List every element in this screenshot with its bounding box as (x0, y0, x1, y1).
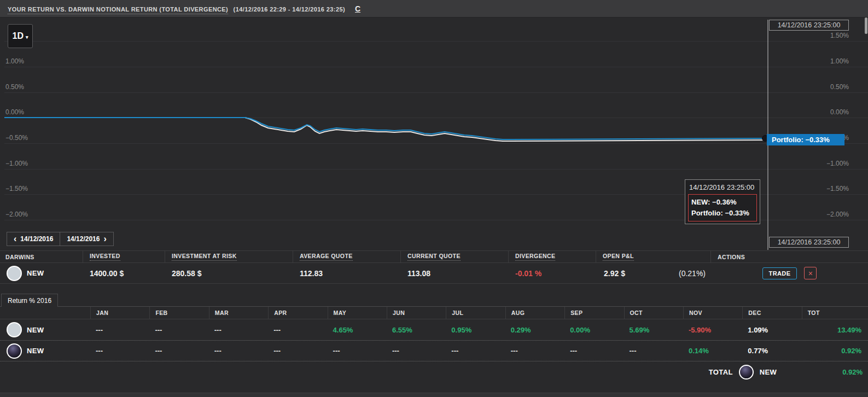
total-return-value: 0.92% (842, 368, 863, 376)
timeframe-button[interactable]: 1D ▾ (8, 24, 33, 48)
portfolio-value-badge: Portfolio: −0.33% (767, 134, 844, 145)
month-column-header: TOT (802, 307, 868, 319)
column-header-label: AVERAGE QUOTE (300, 253, 353, 261)
return-cell: --- (268, 347, 327, 355)
scrollbar-thumb[interactable] (865, 17, 867, 34)
tab-return-2016[interactable]: Return % 2016 (1, 294, 58, 307)
return-cell: --- (328, 347, 387, 355)
returns-tabs-row: Return % 2016 (0, 294, 868, 307)
return-cell: --- (90, 347, 149, 355)
positions-table: DARWINSINVESTEDINVESTMENT AT RISKAVERAGE… (0, 250, 868, 284)
return-cell: --- (209, 326, 268, 334)
tooltip-time: 14/12/2016 23:25:00 (688, 182, 757, 194)
month-column-header: OCT (624, 307, 683, 319)
positions-table-header: DARWINSINVESTEDINVESTMENT AT RISKAVERAGE… (0, 251, 868, 263)
month-column-header: JUN (387, 307, 446, 319)
darwin-avatar (7, 266, 22, 281)
open-pl-value: 2.92 $ (604, 269, 625, 278)
column-header: ACTIONS (711, 251, 868, 262)
returns-row: NEW------------4.65%6.55%0.95%0.29%0.00%… (0, 319, 868, 340)
darwin-name-cell[interactable]: NEW (0, 266, 83, 281)
return-cell: 1.09% (742, 326, 801, 334)
return-cell: --- (90, 326, 149, 334)
actions-cell: TRADE × (711, 267, 868, 279)
return-cell: --- (446, 347, 505, 355)
month-column-header: DEC (742, 307, 801, 319)
return-cell: 6.55% (387, 326, 446, 334)
chart-tooltip: 14/12/2016 23:25:00 NEW: −0.36% Portfoli… (685, 179, 760, 224)
column-header-label: DARWINS (5, 254, 34, 260)
page-title-text: YOUR RETURN VS. DARWIN NOTIONAL RETURN (… (8, 6, 228, 14)
returns-total-row: TOTAL NEW 0.92% (0, 361, 868, 383)
empty-header-cell (0, 307, 90, 319)
chart-region[interactable]: 1.50%1.00%1.00%0.50%0.50%0.00%0.00%−0.50… (0, 17, 868, 250)
average-quote-value: 112.83 (293, 269, 401, 278)
darwin-name: NEW (27, 326, 44, 334)
return-cell: 0.14% (683, 347, 742, 355)
darwin-avatar (7, 322, 22, 337)
month-column-header: SEP (564, 307, 624, 319)
next-day-button[interactable]: 14/12/2016 › (60, 232, 113, 246)
column-header: CURRENT QUOTE (401, 251, 509, 262)
return-cell: --- (209, 347, 268, 355)
column-header-label: OPEN P&L (603, 253, 634, 261)
darwin-name: NEW (27, 347, 44, 355)
portfolio-avatar (739, 365, 754, 380)
return-cell: --- (564, 347, 624, 355)
invested-value: 1400.00 $ (83, 269, 165, 278)
divergence-value: -0.01 % (509, 269, 596, 278)
darwin-name-cell[interactable]: NEW (0, 322, 90, 337)
bottom-strip (0, 393, 868, 397)
trade-button[interactable]: TRADE (762, 267, 797, 279)
column-header: AVERAGE QUOTE (293, 251, 401, 262)
return-cell: 0.00% (564, 326, 624, 334)
current-quote-value: 113.08 (401, 269, 509, 278)
positions-table-row: NEW 1400.00 $ 280.58 $ 112.83 113.08 -0.… (0, 263, 868, 284)
month-column-header: JAN (90, 307, 149, 319)
open-pl-percent: (0.21%) (679, 269, 706, 278)
return-cell: --- (624, 347, 683, 355)
open-pl-cell: 2.92 $ (0.21%) (596, 269, 711, 278)
refresh-icon[interactable]: C (352, 4, 364, 14)
return-cell: --- (505, 347, 564, 355)
column-header: INVESTED (83, 251, 165, 262)
prev-day-label: 14/12/2016 (20, 235, 53, 243)
tooltip-highlight-box: NEW: −0.36% Portfolio: −0.33% (688, 194, 757, 221)
column-header: DARWINS (0, 251, 83, 262)
return-cell: 13.49% (802, 326, 868, 334)
returns-table-header: JANFEBMARAPRMAYJUNJULAUGSEPOCTNOVDECTOT (0, 307, 868, 319)
return-cell: -5.90% (683, 326, 742, 334)
column-header-label: DIVERGENCE (515, 253, 555, 261)
page-title-range: (14/12/2016 22:29 - 14/12/2016 23:25) (234, 6, 345, 13)
return-cell: --- (149, 347, 208, 355)
darwin-name-cell[interactable]: NEW (0, 343, 90, 359)
returns-table-body: NEW------------4.65%6.55%0.95%0.29%0.00%… (0, 319, 868, 361)
total-label: TOTAL (709, 368, 733, 376)
page-title: YOUR RETURN VS. DARWIN NOTIONAL RETURN (… (8, 4, 345, 14)
returns-section: Return % 2016 JANFEBMARAPRMAYJUNJULAUGSE… (0, 294, 868, 383)
app-window: YOUR RETURN VS. DARWIN NOTIONAL RETURN (… (0, 0, 868, 397)
column-header-label: INVESTMENT AT RISK (172, 253, 237, 261)
month-column-header: MAR (209, 307, 268, 319)
date-nav: ‹ 14/12/2016 14/12/2016 › (7, 232, 114, 246)
chevron-down-icon: ▾ (26, 34, 28, 40)
month-column-header: FEB (149, 307, 208, 319)
new-return-line (4, 118, 768, 141)
month-column-header: JUL (446, 307, 505, 319)
crosshair-time-top: 14/12/2016 23:25:00 (769, 20, 849, 31)
close-position-button[interactable]: × (804, 267, 817, 279)
portfolio-return-line (4, 118, 768, 139)
column-header-label: INVESTED (90, 253, 120, 261)
column-header: INVESTMENT AT RISK (165, 251, 293, 262)
column-header: DIVERGENCE (509, 251, 596, 262)
returns-row: NEW------------------------------0.14%0.… (0, 340, 868, 361)
prev-day-button[interactable]: ‹ 14/12/2016 (7, 232, 60, 246)
return-cell: --- (149, 326, 208, 334)
return-cell: --- (387, 347, 446, 355)
return-cell: 4.65% (328, 326, 387, 334)
darwin-avatar (7, 343, 22, 359)
return-cell: 0.29% (505, 326, 564, 334)
tooltip-new-value: NEW: −0.36% (691, 197, 754, 208)
month-column-header: APR (268, 307, 327, 319)
timeframe-label: 1D (13, 31, 24, 41)
